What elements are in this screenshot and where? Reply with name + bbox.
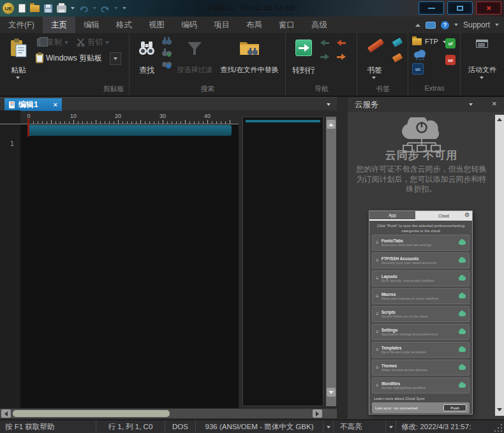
scroll-up-icon [329, 123, 334, 126]
cloud-upload-icon [459, 348, 466, 352]
binoculars-icon [138, 41, 155, 56]
status-encoding-dropdown[interactable] [323, 420, 333, 433]
cloud-upload-icon [459, 365, 466, 370]
funnel-icon [188, 42, 202, 50]
clipboard-icon [10, 38, 27, 57]
cloud-sync-heading: 云同步 不可用 [348, 148, 495, 163]
ribbon-group-bookmarks: 书签 书签 [357, 33, 408, 96]
maximize-button[interactable] [447, 1, 473, 15]
close-button[interactable]: × [476, 1, 501, 15]
minimize-button[interactable] [419, 1, 444, 15]
promo-row: ≡ScriptsScripts follow you to the cloud [372, 306, 470, 322]
scroll-left-button[interactable] [1, 409, 11, 418]
bookmark-icon [366, 41, 383, 56]
ribbon-group-extras: FTP uc uf ue Extras [408, 33, 461, 96]
goto-line-icon [295, 40, 312, 56]
menu-view[interactable]: 视图 [140, 17, 173, 33]
editor-horizontal-scrollbar[interactable] [0, 409, 337, 418]
ftp-folder-icon[interactable] [412, 38, 422, 45]
status-modified-time: 修改: 2022/4/3 21:57: [396, 420, 493, 433]
forward-file-icon[interactable] [337, 54, 346, 60]
active-files-icon [476, 40, 488, 48]
help-icon[interactable]: ? [441, 21, 449, 29]
bookmark-button[interactable]: 书签 [360, 36, 389, 82]
panel-close-icon[interactable]: × [492, 99, 497, 108]
menu-project[interactable]: 项目 [205, 17, 238, 33]
menu-advanced[interactable]: 高级 [303, 17, 336, 33]
cloud-services-panel: 云服务 × 云同步 不可用 您的许可证不包含云同步，但当您转换为订阅计划后，您可… [348, 97, 504, 419]
promo-footer-bar: Last sync: not connected Push [372, 402, 470, 413]
goto-line-button[interactable]: 转到行 [290, 36, 318, 82]
paste-button[interactable]: 粘贴 [4, 36, 33, 82]
back-position-icon [320, 40, 329, 46]
prev-bookmark-icon[interactable] [392, 38, 403, 47]
panel-title: 云服务 [348, 99, 379, 110]
next-bookmark-icon[interactable] [392, 53, 403, 62]
active-files-dropdown-icon [480, 77, 484, 79]
support-menu[interactable]: Support [463, 20, 490, 29]
promo-row: ≡LayoutsSync layouts, menus and toolbars [372, 270, 470, 286]
document-area: 编辑1 × 1 0 10 20 30 40 [0, 97, 337, 418]
status-highlight-dropdown[interactable] [385, 420, 396, 433]
collapse-ribbon-icon[interactable] [415, 24, 420, 27]
minimize-icon [428, 8, 435, 9]
menu-window[interactable]: 窗口 [271, 17, 303, 33]
find-replace-in-files-button[interactable]: 查找/在文件中替换 [215, 36, 284, 82]
panel-menu-icon[interactable] [469, 103, 473, 106]
editor-vertical-scrollbar[interactable] [326, 117, 336, 406]
copy-button: 复制 [37, 37, 68, 48]
cloud-sync-description: 您的许可证不包含云同步，但当您转换为订阅计划后，您可以添加云同步和特殊折扣。 [355, 165, 488, 194]
maximize-icon [457, 6, 463, 11]
keyboard-icon[interactable] [426, 22, 436, 29]
ultrafinder-icon[interactable]: uf [445, 38, 456, 48]
scrollbar-thumb[interactable] [13, 410, 170, 417]
menu-edit[interactable]: 编辑 [75, 17, 108, 33]
promo-push-button: Push [443, 404, 466, 411]
cloud-upload-icon [459, 258, 466, 263]
scroll-down-icon [329, 391, 334, 394]
find-button[interactable]: 查找 [133, 36, 160, 82]
ftp-button[interactable]: FTP [425, 38, 438, 45]
scroll-right-button[interactable] [313, 409, 322, 418]
cloud-upload-icon [459, 276, 466, 281]
resize-grip[interactable] [493, 420, 504, 433]
scroll-up-button[interactable] [327, 120, 336, 129]
minimap-line [246, 120, 320, 122]
promo-row: ≡SettingsApplication settings and prefer… [372, 324, 470, 340]
help-dropdown-icon[interactable] [454, 24, 458, 26]
menu-home[interactable]: 主页 [43, 17, 75, 33]
back-file-icon[interactable] [337, 40, 346, 46]
status-caret-position[interactable]: 行 1, 列 1, C0 [96, 420, 165, 433]
status-syntax-highlight[interactable]: 不高亮 [333, 420, 385, 433]
menu-file[interactable]: 文件(F) [0, 17, 43, 33]
menu-layout[interactable]: 布局 [238, 17, 271, 33]
windows-clipboard-dropdown[interactable] [110, 52, 121, 65]
ribbon-group-navigation: 转到行 导航 [286, 33, 357, 96]
drag-handle-icon: ≡ [376, 240, 379, 246]
cloud-upload-icon [459, 312, 466, 316]
menu-encoding[interactable]: 编码 [173, 17, 205, 33]
promo-category-list: ≡Fonts/TabsAuto-sync fonts and tab setti… [372, 235, 470, 393]
scroll-down-button[interactable] [327, 388, 336, 397]
group-label-navigation: 导航 [286, 84, 357, 94]
menu-format[interactable]: 格式 [108, 17, 140, 33]
status-line-ending[interactable]: DOS [165, 420, 195, 433]
panel-scroll-down-icon[interactable] [497, 408, 502, 411]
promo-tab-app: App [369, 211, 415, 221]
tab-close-icon[interactable]: × [54, 101, 57, 108]
cloud-upload-icon [459, 383, 466, 388]
active-files-button[interactable]: 活动文件 [461, 36, 504, 82]
panel-scrollbar[interactable] [495, 115, 504, 416]
tab-edit1[interactable]: 编辑1 × [4, 98, 62, 111]
cloud-icon[interactable] [413, 50, 427, 61]
windows-clipboard-button[interactable]: Windows 剪贴板 [36, 53, 102, 64]
ribbon: 粘贴 复制 剪切 Windows 剪贴板 剪贴板 [0, 33, 504, 97]
tab-list-dropdown-icon[interactable] [327, 103, 330, 106]
document-minimap[interactable] [242, 117, 323, 406]
support-dropdown-icon[interactable] [495, 24, 499, 26]
ultraedit-badge-icon[interactable]: ue [445, 55, 456, 65]
uc-badge-icon[interactable]: uc [412, 63, 424, 75]
status-encoding[interactable]: 936 (ANSI/OEM - 简体中文 GBK) [195, 420, 323, 433]
text-edit-area[interactable] [20, 124, 239, 408]
panel-scroll-up-icon[interactable] [497, 118, 502, 121]
